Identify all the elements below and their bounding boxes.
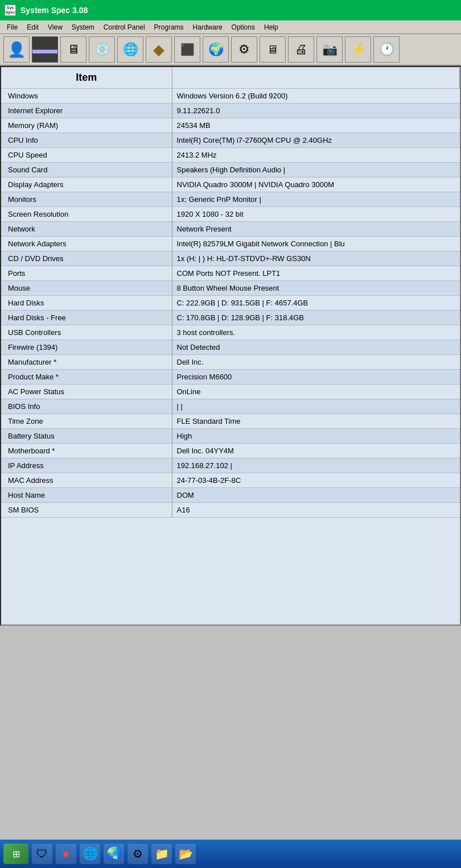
toolbar-usb-btn[interactable]: ⚡ (345, 36, 371, 63)
menu-control-panel[interactable]: Control Panel (99, 22, 150, 32)
toolbar-globe-btn[interactable]: 🌐 (117, 36, 143, 63)
circuit-icon: ⬛ (180, 44, 195, 55)
toolbar-chip-btn[interactable]: ⬛ (174, 36, 200, 63)
row-item: Sound Card (1, 163, 172, 177)
clock-icon: 🕐 (379, 43, 394, 56)
toolbar-gear-btn[interactable]: ⚙ (231, 36, 257, 63)
row-value: C: 170.8GB | D: 128.9GB | F: 318.4GB (172, 311, 460, 325)
camera-icon: 📷 (322, 43, 337, 56)
row-value: Intel(R) 82579LM Gigabit Network Connect… (172, 237, 460, 251)
row-item: Ports (1, 266, 172, 281)
taskbar-files[interactable]: 📂 (175, 844, 196, 864)
row-value: 1x; Generic PnP Monitor | (172, 192, 460, 207)
row-value: 8 Button Wheel Mouse Present (172, 281, 460, 296)
main-content: Item Windows Windows Version 6.2 (Build … (0, 66, 461, 626)
toolbar-network-btn[interactable]: 🌍 (203, 36, 229, 63)
row-value: 192.168.27.102 | (172, 458, 460, 473)
toolbar-cpu-btn[interactable]: ▬▬ (32, 36, 58, 63)
table-row: Hard Disks C: 222.9GB | D: 931.5GB | F: … (1, 296, 460, 311)
toolbar-camera-btn[interactable]: 📷 (316, 36, 343, 63)
row-item: Manufacturer * (1, 355, 172, 370)
row-item: IP Address (1, 458, 172, 473)
gear-icon: ⚙ (238, 43, 250, 56)
table-row: CPU Speed 2413.2 MHz (1, 148, 460, 163)
print-icon: 🖨 (295, 43, 307, 56)
toolbar-clock-btn[interactable]: 🕐 (373, 36, 400, 63)
table-row: Internet Explorer 9.11.22621.0 (1, 104, 460, 118)
row-value: 24-77-03-4B-2F-8C (172, 473, 460, 488)
row-item: Network Adapters (1, 237, 172, 251)
row-item: Firewire (1394) (1, 340, 172, 355)
row-value: High (172, 429, 460, 444)
row-item: Memory (RAM) (1, 118, 172, 133)
row-value: 1920 X 1080 - 32 bit (172, 207, 460, 222)
row-value: Network Present (172, 222, 460, 237)
row-item: Host Name (1, 488, 172, 503)
menu-help[interactable]: Help (260, 22, 283, 32)
title-bar: SysSpec System Spec 3.08 (0, 0, 461, 20)
row-item: SM BIOS (1, 503, 172, 518)
usb-icon: ⚡ (351, 43, 366, 56)
table-row: Time Zone FLE Standard Time (1, 414, 460, 429)
toolbar-disk-btn[interactable]: 💿 (89, 36, 115, 63)
browser-icon: 🌏 (106, 846, 122, 861)
table-row: MAC Address 24-77-03-4B-2F-8C (1, 473, 460, 488)
menu-system[interactable]: System (67, 22, 99, 32)
menu-options[interactable]: Options (227, 22, 260, 32)
table-row: AC Power Status OnLine (1, 385, 460, 399)
system-info-table: Item Windows Windows Version 6.2 (Build … (1, 67, 460, 518)
menu-programs[interactable]: Programs (150, 22, 188, 32)
toolbar-monitor-btn[interactable]: 🖥 (60, 36, 87, 63)
chip-dark-icon: ▬▬ (32, 43, 57, 56)
menu-hardware[interactable]: Hardware (188, 22, 227, 32)
toolbar-print-btn[interactable]: 🖨 (288, 36, 314, 63)
row-item: USB Controllers (1, 325, 172, 340)
toolbar-display-btn[interactable]: 🖥 (260, 36, 286, 63)
row-value: 1x (H: | ) H: HL-DT-STDVD+-RW GS30N (172, 251, 460, 266)
start-button[interactable]: ⊞ (3, 844, 28, 864)
row-value: DOM (172, 488, 460, 503)
table-row: Motherboard * Dell Inc. 04YY4M (1, 444, 460, 458)
row-item: AC Power Status (1, 385, 172, 399)
antivirus-icon: ● (62, 846, 69, 861)
menu-edit[interactable]: Edit (22, 22, 43, 32)
folder-icon: 📁 (155, 847, 169, 861)
menu-view[interactable]: View (43, 22, 67, 32)
table-row: Product Make * Precision M6600 (1, 370, 460, 385)
row-item: Hard Disks - Free (1, 311, 172, 325)
row-value: Precision M6600 (172, 370, 460, 385)
menu-file[interactable]: File (2, 22, 22, 32)
network-icon: 🌍 (208, 43, 224, 56)
row-item: CD / DVD Drives (1, 251, 172, 266)
toolbar-diamond-btn[interactable]: ◆ (146, 36, 172, 63)
files-icon: 📂 (179, 847, 193, 861)
taskbar-antivirus[interactable]: ● (56, 844, 76, 864)
info-area: Item Windows Windows Version 6.2 (Build … (1, 67, 460, 625)
row-value: 2413.2 MHz (172, 148, 460, 163)
row-value: Dell Inc. (172, 355, 460, 370)
taskbar-chrome[interactable]: 🌐 (80, 844, 100, 864)
row-item: BIOS Info (1, 399, 172, 414)
row-item: Time Zone (1, 414, 172, 429)
taskbar-browser2[interactable]: 🌏 (104, 844, 124, 864)
app-title: System Spec 3.08 (20, 6, 88, 15)
toolbar-user-btn[interactable]: 👤 (3, 36, 30, 63)
table-row: CD / DVD Drives 1x (H: | ) H: HL-DT-STDV… (1, 251, 460, 266)
windows-icon: ⊞ (13, 849, 20, 859)
taskbar-folder[interactable]: 📁 (151, 844, 172, 864)
header-value (172, 67, 460, 89)
row-item: CPU Info (1, 133, 172, 148)
row-item-product-make: Product Make * (1, 370, 172, 385)
table-row: BIOS Info | | (1, 399, 460, 414)
row-value: OnLine (172, 385, 460, 399)
row-item: MAC Address (1, 473, 172, 488)
table-row: Sound Card Speakers (High Definition Aud… (1, 163, 460, 177)
table-row: IP Address 192.168.27.102 | (1, 458, 460, 473)
row-value: Speakers (High Definition Audio | (172, 163, 460, 177)
table-row: USB Controllers 3 host controllers. (1, 325, 460, 340)
table-row: Ports COM Ports NOT Present. LPT1 (1, 266, 460, 281)
taskbar-settings[interactable]: ⚙ (127, 844, 148, 864)
table-row: CPU Info Intel(R) Core(TM) i7-2760QM CPU… (1, 133, 460, 148)
chrome-icon: 🌐 (83, 846, 98, 861)
taskbar-malwarebytes[interactable]: 🛡 (32, 844, 52, 864)
